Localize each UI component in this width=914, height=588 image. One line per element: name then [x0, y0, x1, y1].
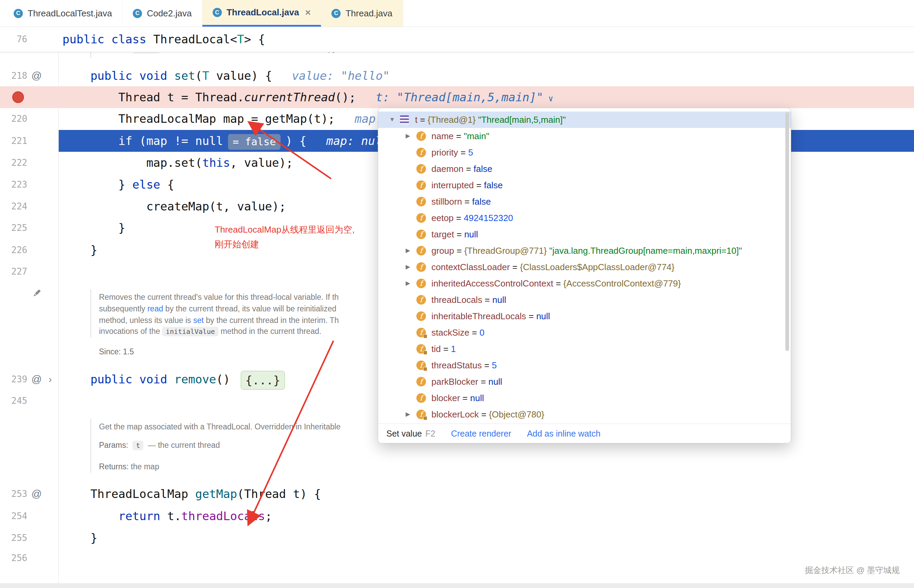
variable-row-inheritableThreadLocals[interactable]: finheritableThreadLocals = null: [378, 308, 791, 325]
variable-name: eetop: [431, 213, 454, 223]
line-number: 245: [0, 390, 27, 412]
code-line-line-218[interactable]: 218@ public void set(T value) {value: "h…: [0, 65, 914, 87]
code-line-line-256[interactable]: 256: [0, 547, 914, 569]
variable-row-blockerLock[interactable]: ▶fblockerLock = {Object@780}: [378, 406, 791, 423]
doc-dlink-link[interactable]: read: [147, 304, 163, 313]
variable-value-kw: false: [472, 197, 491, 207]
close-tab-icon[interactable]: ×: [305, 7, 311, 18]
add-inline-watch-link[interactable]: Add as inline watch: [527, 429, 600, 439]
variable-value-eq: =: [478, 376, 488, 387]
method-marker-icon[interactable]: @: [31, 368, 42, 390]
doc-dlink-link[interactable]: set: [193, 316, 204, 325]
code-text[interactable]: } else {: [62, 174, 174, 195]
code-text[interactable]: }: [62, 217, 125, 239]
token-p: [62, 509, 118, 523]
variable-row-priority[interactable]: fpriority = 5: [378, 144, 791, 161]
variable-row-daemon[interactable]: fdaemon = false: [378, 161, 791, 177]
variable-row-blocker[interactable]: fblocker = null: [378, 390, 791, 406]
sticky-class-header: 76 public class ThreadLocal<T> {: [0, 27, 914, 52]
field-icon-glyph: f: [416, 393, 426, 403]
code-text[interactable]: return t.threadLocals;: [62, 505, 272, 527]
token-decl: getMap: [195, 487, 237, 501]
variable-row-interrupted[interactable]: finterrupted = false: [378, 177, 791, 193]
variable-row-group[interactable]: ▶fgroup = {ThreadGroup@771} "java.lang.T…: [378, 242, 791, 259]
variable-value-eq: =: [458, 147, 468, 158]
variables-tree: ▼t = {Thread@1} "Thread[main,5,main]"▶fn…: [378, 111, 791, 423]
variable-text: group = {ThreadGroup@771} "java.lang.Thr…: [431, 242, 742, 259]
variable-name: parkBlocker: [431, 376, 478, 387]
set-value-button[interactable]: Set valueF2: [386, 429, 435, 439]
variable-text: threadLocals = null: [431, 292, 506, 308]
variable-value-kw: false: [474, 164, 493, 174]
expand-chevron-icon[interactable]: ▶: [403, 242, 413, 259]
variable-value-num: 1: [451, 344, 455, 354]
tab-threadlocal-java[interactable]: CThreadLocal.java×: [203, 0, 321, 27]
variable-value-str: "main": [464, 131, 489, 141]
variable-name: stackSize: [431, 328, 469, 338]
line-number: 227: [0, 260, 27, 283]
field-icon-glyph: f: [416, 344, 426, 354]
variable-row-inheritedAccessControlContext[interactable]: ▶finheritedAccessControlContext = {Acces…: [378, 275, 791, 292]
create-renderer-link[interactable]: Create renderer: [451, 429, 511, 439]
method-marker-icon[interactable]: @: [31, 483, 42, 505]
tab-threadlocaltest-java[interactable]: CThreadLocalTest.java: [3, 0, 123, 27]
collapse-chevron-icon[interactable]: ▼: [387, 111, 397, 128]
code-text[interactable]: ThreadLocalMap map = getMap(t);map: null: [62, 108, 418, 129]
doc-dg: method, unless its value is: [99, 316, 193, 325]
code-text[interactable]: if (map != null= false) {map: null: [62, 130, 389, 152]
class-file-icon: C: [133, 9, 142, 18]
token-field: threadLocals: [181, 509, 265, 523]
inline-debugger-hint-hint: value: "hello": [292, 69, 390, 82]
code-line-line-255[interactable]: 255 }: [0, 527, 914, 549]
popup-scrollbar[interactable]: [785, 112, 789, 351]
fold-chevron-icon[interactable]: ›: [49, 368, 52, 390]
code-text[interactable]: ThreadLocalMap getMap(Thread t) {: [62, 483, 321, 505]
tab-label: Code2.java: [147, 8, 192, 19]
breakpoint-icon[interactable]: [12, 91, 24, 103]
token-kw: return: [118, 509, 160, 523]
variable-text: inheritableThreadLocals = null: [431, 308, 550, 325]
variable-name: stillborn: [431, 197, 462, 207]
variable-row-contextClassLoader[interactable]: ▶fcontextClassLoader = {ClassLoaders$App…: [378, 259, 791, 275]
sticky-token-p: ThreadLocal<: [153, 32, 237, 46]
variable-row-name[interactable]: ▶fname = "main": [378, 128, 791, 144]
field-icon: f: [416, 262, 426, 272]
variable-text: name = "main": [431, 128, 489, 144]
token-p: ) {: [285, 134, 306, 148]
method-marker-icon[interactable]: @: [31, 65, 42, 87]
variable-row-threadLocals[interactable]: fthreadLocals = null: [378, 292, 791, 308]
expand-chevron-icon[interactable]: ▶: [403, 128, 413, 144]
field-icon: f: [416, 213, 426, 223]
token-p: map.set(: [62, 156, 202, 170]
code-text[interactable]: public void remove() {...}: [62, 368, 285, 390]
tab-code2-java[interactable]: CCode2.java: [123, 0, 203, 27]
expand-chevron-icon[interactable]: ▶: [403, 275, 413, 292]
code-line-line-219[interactable]: Thread t = Thread.currentThread();t: "Th…: [0, 86, 914, 108]
code-text[interactable]: map.set(this, value);: [62, 152, 293, 174]
variable-row-target[interactable]: ftarget = null: [378, 226, 791, 242]
variable-row-parkBlocker[interactable]: fparkBlocker = null: [378, 373, 791, 390]
variable-row-eetop[interactable]: feetop = 4924152320: [378, 210, 791, 226]
field-icon: f: [416, 246, 426, 255]
variable-row-t[interactable]: ▼t = {Thread@1} "Thread[main,5,main]": [378, 111, 791, 128]
expand-chevron-icon[interactable]: ▶: [403, 406, 413, 423]
field-lock-icon: f: [416, 344, 426, 354]
token-p: if (map != null: [62, 134, 223, 148]
code-line-line-254[interactable]: 254 return t.threadLocals;: [0, 505, 914, 527]
variable-name: group: [431, 246, 454, 256]
expand-chevron-icon[interactable]: ▶: [403, 259, 413, 275]
token-badge: = false: [228, 134, 280, 150]
field-icon-glyph: f: [416, 360, 426, 370]
variable-row-stackSize[interactable]: fstackSize = 0: [378, 325, 791, 341]
variable-name: blockerLock: [431, 409, 479, 420]
variable-row-threadStatus[interactable]: fthreadStatus = 5: [378, 357, 791, 373]
variable-row-stillborn[interactable]: fstillborn = false: [378, 193, 791, 210]
code-text[interactable]: }: [62, 239, 97, 261]
tab-thread-java[interactable]: CThread.java: [321, 0, 403, 27]
code-line-line-253[interactable]: 253@ ThreadLocalMap getMap(Thread t) {: [0, 483, 914, 505]
variable-row-tid[interactable]: ftid = 1: [378, 341, 791, 357]
code-text[interactable]: }: [62, 527, 97, 549]
code-text[interactable]: public void set(T value) {value: "hello": [62, 65, 390, 87]
code-text[interactable]: createMap(t, value);: [62, 195, 286, 217]
code-text[interactable]: Thread t = Thread.currentThread();t: "Th…: [62, 86, 553, 108]
